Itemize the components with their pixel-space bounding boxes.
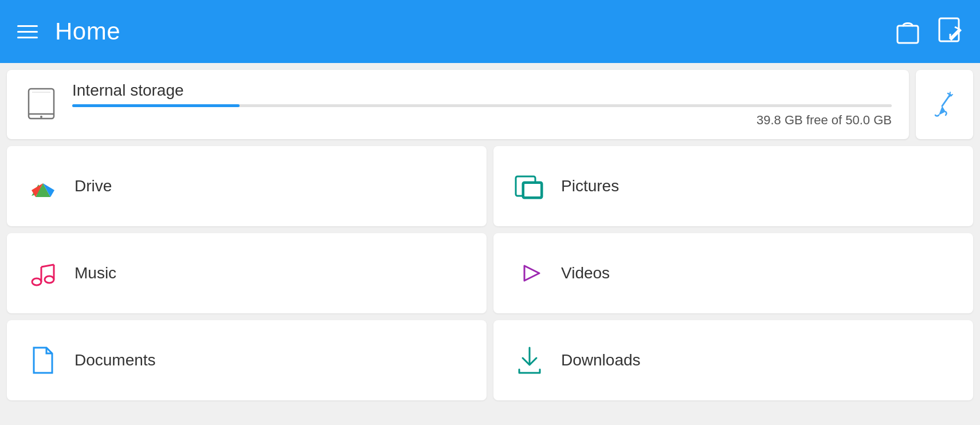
music-label: Music xyxy=(75,264,116,282)
svg-marker-18 xyxy=(524,266,539,281)
header-actions xyxy=(895,17,963,46)
drive-label: Drive xyxy=(75,177,112,195)
page-title: Home xyxy=(55,18,120,45)
pictures-item[interactable]: Pictures xyxy=(493,146,973,226)
downloads-item[interactable]: Downloads xyxy=(493,320,973,400)
storage-section: Internal storage 39.8 GB free of 50.0 GB xyxy=(0,63,980,139)
folder-grid: Drive Pictures Music xyxy=(0,139,980,407)
documents-icon xyxy=(28,345,58,376)
storage-card[interactable]: Internal storage 39.8 GB free of 50.0 GB xyxy=(7,70,909,139)
music-item[interactable]: Music xyxy=(7,233,487,313)
svg-point-13 xyxy=(32,278,41,285)
drive-icon xyxy=(28,171,58,202)
svg-rect-11 xyxy=(523,182,542,198)
storage-info: Internal storage 39.8 GB free of 50.0 GB xyxy=(72,81,892,128)
app-header: Home xyxy=(0,0,980,63)
storage-bar-fill xyxy=(72,104,240,107)
storage-bar-background xyxy=(72,104,892,107)
storage-title: Internal storage xyxy=(72,81,892,100)
drive-item[interactable]: Drive xyxy=(7,146,487,226)
tablet-icon xyxy=(24,86,58,123)
downloads-icon xyxy=(514,345,545,376)
storage-free-text: 39.8 GB free of 50.0 GB xyxy=(72,113,892,128)
menu-button[interactable] xyxy=(17,25,38,38)
videos-item[interactable]: Videos xyxy=(493,233,973,313)
documents-item[interactable]: Documents xyxy=(7,320,487,400)
shopping-bag-icon[interactable] xyxy=(895,17,920,46)
music-icon xyxy=(28,258,58,289)
pictures-icon xyxy=(514,171,545,202)
videos-label: Videos xyxy=(561,264,610,282)
svg-rect-1 xyxy=(939,18,959,41)
pictures-label: Pictures xyxy=(561,177,619,195)
svg-point-7 xyxy=(40,116,42,118)
documents-label: Documents xyxy=(75,351,156,369)
svg-point-14 xyxy=(45,276,54,283)
svg-rect-0 xyxy=(897,26,918,43)
edit-icon[interactable] xyxy=(938,17,963,46)
svg-line-17 xyxy=(41,265,54,267)
clean-button[interactable] xyxy=(916,70,973,139)
videos-icon xyxy=(514,258,545,289)
downloads-label: Downloads xyxy=(561,351,641,369)
